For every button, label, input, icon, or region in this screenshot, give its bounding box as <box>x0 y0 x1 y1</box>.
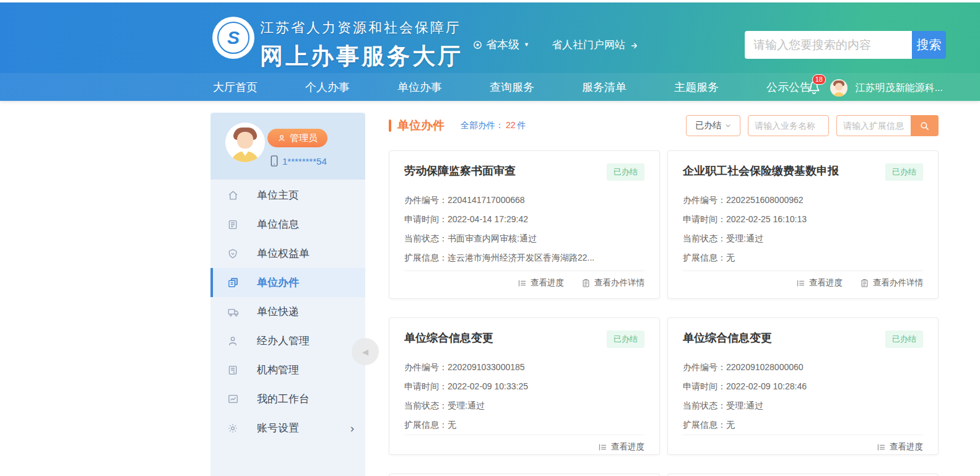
apply-time-label: 申请时间： <box>683 381 726 391</box>
nav-item-service-list[interactable]: 服务清单 <box>582 80 643 95</box>
sidebar-item-unit-rights[interactable]: 单位权益单 <box>210 239 365 268</box>
case-card-partial <box>667 474 939 476</box>
current-status-value: 书面审查内网审核:通过 <box>448 233 537 243</box>
view-progress-label: 查看进度 <box>890 441 923 452</box>
nav-item-personal[interactable]: 个人办事 <box>305 80 366 95</box>
user-name[interactable]: 江苏明茂新能源科... <box>856 82 943 95</box>
sidebar-menu: 单位主页单位信息单位权益单单位办件单位快递经办人管理机构管理我的工作台账号设置› <box>210 180 365 443</box>
view-progress-label: 查看进度 <box>809 277 843 288</box>
phone-icon <box>270 155 279 167</box>
sidebar-collapse-button[interactable]: ◀ <box>352 338 379 365</box>
business-name-input[interactable] <box>748 115 829 136</box>
current-status-label: 当前状态： <box>404 400 448 410</box>
extended-info-row: 扩展信息：无 <box>404 415 644 435</box>
view-progress-link[interactable]: 查看进度 <box>796 277 843 288</box>
status-filter-value: 已办结 <box>695 120 721 131</box>
case-card: 单位综合信息变更 已办结 办件编号：2202091028000060 申请时间：… <box>667 318 939 455</box>
chevron-right-icon: › <box>350 422 354 435</box>
extended-info-value: 连云港市海州经济开发区香海湖路22... <box>448 253 594 262</box>
arrow-right-icon <box>630 40 640 50</box>
apply-time-label: 申请时间： <box>404 381 448 391</box>
sidebar-item-unit-express[interactable]: 单位快递 <box>210 297 365 326</box>
extended-info-value: 无 <box>726 420 735 430</box>
extended-info-label: 扩展信息： <box>404 253 448 262</box>
view-progress-label: 查看进度 <box>611 441 644 452</box>
portal-site-link[interactable]: 省人社门户网站 <box>552 38 640 52</box>
home-icon <box>227 189 240 202</box>
view-progress-link[interactable]: 查看进度 <box>518 277 564 288</box>
case-number-label: 办件编号： <box>683 195 726 205</box>
badge-icon <box>227 248 240 260</box>
nav-item-unit[interactable]: 单位办事 <box>397 80 458 95</box>
avatar-shirt <box>833 92 845 97</box>
current-status-row: 当前状态：受理:通过 <box>404 396 644 415</box>
case-number-row: 办件编号：2202091028000060 <box>683 358 923 377</box>
notification-bell-icon[interactable]: 18 <box>806 79 822 97</box>
case-number-label: 办件编号： <box>683 362 726 372</box>
card-title: 企业职工社会保险缴费基数申报 <box>683 163 839 178</box>
view-progress-link[interactable]: 查看进度 <box>877 441 923 452</box>
logo-mark-icon: S <box>217 22 249 54</box>
sidebar-item-unit-home[interactable]: 单位主页 <box>210 181 365 210</box>
case-card-partial <box>389 474 660 476</box>
sidebar-item-unit-info[interactable]: 单位信息 <box>210 210 365 239</box>
sidebar-item-workbench[interactable]: 我的工作台 <box>210 384 365 413</box>
current-status-label: 当前状态： <box>683 400 726 410</box>
case-number-row: 办件编号：2202251608000962 <box>683 191 923 210</box>
case-number-row: 办件编号：2204141717000668 <box>404 191 644 210</box>
sidebar-item-unit-cases[interactable]: 单位办件 <box>210 268 365 297</box>
apply-time-label: 申请时间： <box>404 214 448 224</box>
apply-time-value: 2022-04-14 17:29:42 <box>448 214 528 224</box>
case-number-row: 办件编号：2202091033000185 <box>404 358 644 377</box>
sidebar-item-label: 单位快递 <box>257 305 299 319</box>
apply-time-label: 申请时间： <box>683 214 726 224</box>
sidebar-item-account-settings[interactable]: 账号设置› <box>210 413 365 443</box>
location-pin-icon <box>472 40 483 50</box>
current-status-row: 当前状态：受理:通过 <box>683 396 923 415</box>
notification-count-badge: 18 <box>812 74 826 85</box>
user-avatar[interactable] <box>830 79 848 97</box>
nav-item-home[interactable]: 大厅首页 <box>213 80 274 95</box>
case-number-label: 办件编号： <box>404 195 448 205</box>
nav-item-theme[interactable]: 主题服务 <box>674 80 735 95</box>
case-number-value: 2202091033000185 <box>448 362 525 372</box>
sidebar-item-label: 账号设置 <box>257 421 299 435</box>
profile-avatar <box>225 123 265 162</box>
sidebar-item-label: 单位信息 <box>257 217 299 232</box>
view-progress-link[interactable]: 查看进度 <box>598 441 644 452</box>
search-input[interactable] <box>745 31 912 59</box>
status-badge: 已办结 <box>607 163 644 181</box>
sidebar-item-label: 经办人管理 <box>257 334 310 348</box>
sidebar-item-agent-mgmt[interactable]: 经办人管理 <box>210 326 365 355</box>
view-detail-link[interactable]: 查看办件详情 <box>581 277 644 288</box>
current-status-value: 受理:通过 <box>726 400 763 410</box>
role-badge: 管理员 <box>267 129 327 147</box>
title-accent-bar <box>389 119 391 132</box>
region-selector[interactable]: 省本级 ▼ <box>472 37 529 52</box>
search-button[interactable]: 搜索 <box>912 31 946 59</box>
role-badge-label: 管理员 <box>290 132 318 144</box>
nav-item-query[interactable]: 查询服务 <box>490 80 550 95</box>
role-icon <box>277 134 286 142</box>
current-status-row: 当前状态：书面审查内网审核:通过 <box>404 229 644 248</box>
sidebar-item-org-mgmt[interactable]: 机构管理 <box>210 355 365 384</box>
masked-phone-number: 1********54 <box>282 156 327 167</box>
case-number-value: 2202251608000962 <box>726 195 804 205</box>
case-number-label: 办件编号： <box>404 362 448 372</box>
sidebar-item-label: 单位主页 <box>257 188 299 202</box>
extended-info-input[interactable] <box>836 115 911 136</box>
filter-search-button[interactable] <box>911 115 939 136</box>
person-icon <box>227 335 240 347</box>
case-card: 单位综合信息变更 已办结 办件编号：2202091033000185 申请时间：… <box>389 318 660 455</box>
status-filter-dropdown[interactable]: 已办结 <box>686 115 740 136</box>
apply-time-row: 申请时间：2022-02-09 10:33:25 <box>404 377 644 396</box>
avatar-face <box>835 83 843 90</box>
current-status-row: 当前状态：受理:通过 <box>683 229 923 248</box>
extended-info-row: 扩展信息：连云港市海州经济开发区香海湖路22... <box>404 248 644 267</box>
chevron-down-icon: ▼ <box>524 41 529 48</box>
card-title: 单位综合信息变更 <box>683 331 772 345</box>
extended-info-row: 扩展信息：无 <box>683 248 923 267</box>
case-number-value: 2204141717000668 <box>448 195 525 205</box>
view-detail-link[interactable]: 查看办件详情 <box>860 277 923 288</box>
extended-info-label: 扩展信息： <box>683 420 726 430</box>
